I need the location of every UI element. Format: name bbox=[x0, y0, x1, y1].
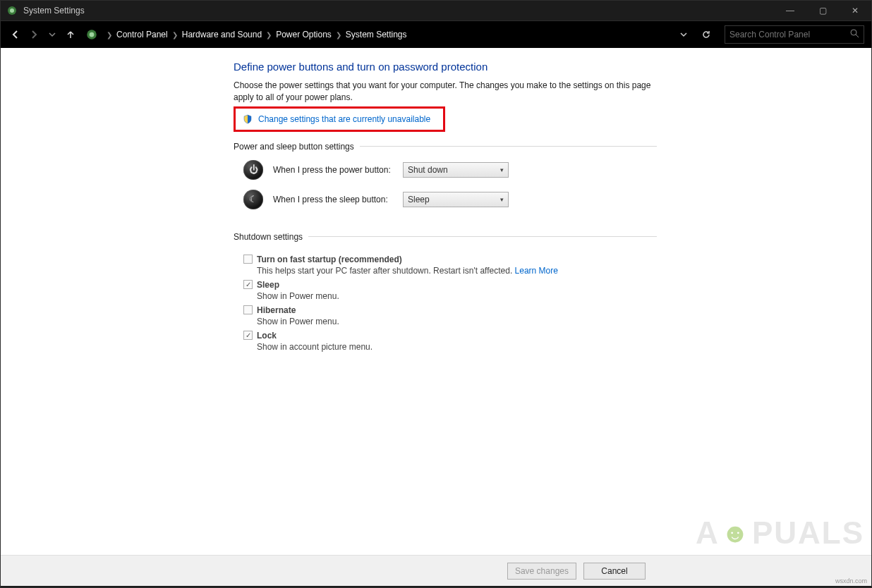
location-icon bbox=[85, 28, 98, 41]
power-button-select[interactable]: Shut down ▾ bbox=[403, 162, 509, 178]
chevron-right-icon: ❯ bbox=[102, 31, 116, 39]
power-icon: ⏻ bbox=[243, 160, 263, 180]
sleep-description: Show in Power menu. bbox=[257, 291, 657, 301]
sleep-checkbox[interactable] bbox=[243, 280, 253, 289]
maximize-button[interactable]: ▢ bbox=[806, 0, 839, 21]
power-button-value: Shut down bbox=[408, 165, 448, 175]
breadcrumb-hardware-sound[interactable]: Hardware and Sound bbox=[182, 30, 262, 39]
sleep-icon: ☾ bbox=[243, 190, 263, 209]
history-dropdown[interactable] bbox=[44, 27, 60, 42]
forward-button[interactable] bbox=[26, 27, 42, 42]
svg-line-5 bbox=[856, 35, 859, 37]
power-button-label: When I press the power button: bbox=[273, 165, 393, 175]
hibernate-label: Hibernate bbox=[257, 305, 296, 315]
search-input[interactable] bbox=[729, 30, 850, 39]
lock-label: Lock bbox=[257, 331, 277, 341]
nav-arrows bbox=[8, 27, 78, 42]
back-button[interactable] bbox=[8, 27, 23, 42]
fast-startup-checkbox[interactable] bbox=[243, 255, 253, 264]
svg-point-1 bbox=[10, 8, 14, 13]
shutdown-settings-group: Shutdown settings Turn on fast startup (… bbox=[234, 232, 657, 359]
hibernate-checkbox[interactable] bbox=[243, 305, 253, 314]
sleep-label: Sleep bbox=[257, 280, 279, 290]
titlebar: System Settings — ▢ ✕ bbox=[0, 0, 872, 21]
fast-startup-label: Turn on fast startup (recommended) bbox=[257, 255, 402, 264]
breadcrumb-power-options[interactable]: Power Options bbox=[276, 30, 332, 39]
highlight-annotation: Change settings that are currently unava… bbox=[234, 106, 445, 132]
learn-more-link[interactable]: Learn More bbox=[515, 266, 558, 276]
hibernate-description: Show in Power menu. bbox=[257, 317, 657, 326]
page-description: Choose the power settings that you want … bbox=[234, 80, 657, 104]
navbar: ❯ Control Panel ❯ Hardware and Sound ❯ P… bbox=[0, 21, 872, 48]
svg-point-4 bbox=[851, 30, 856, 35]
chevron-down-icon: ▾ bbox=[500, 166, 504, 173]
sleep-button-select[interactable]: Sleep ▾ bbox=[403, 192, 509, 207]
close-button[interactable]: ✕ bbox=[839, 0, 871, 21]
page-title: Define power buttons and turn on passwor… bbox=[234, 61, 657, 73]
watermark-logo: A ☻ PUALS bbox=[696, 515, 864, 551]
chevron-right-icon: ❯ bbox=[332, 31, 346, 39]
search-icon[interactable] bbox=[850, 29, 859, 40]
content-area: Define power buttons and turn on passwor… bbox=[0, 48, 872, 586]
save-changes-button[interactable]: Save changes bbox=[507, 563, 576, 580]
power-sleep-legend: Power and sleep button settings bbox=[234, 142, 360, 152]
footer-bar: Save changes Cancel bbox=[1, 555, 871, 586]
chevron-down-icon: ▾ bbox=[500, 196, 504, 203]
watermark-face-icon: ☻ bbox=[721, 518, 751, 549]
power-sleep-group: Power and sleep button settings ⏻ When I… bbox=[234, 142, 657, 222]
chevron-right-icon: ❯ bbox=[168, 31, 182, 39]
window-controls: — ▢ ✕ bbox=[774, 0, 871, 21]
minimize-button[interactable]: — bbox=[774, 0, 806, 21]
breadcrumb-control-panel[interactable]: Control Panel bbox=[116, 30, 168, 39]
cancel-button[interactable]: Cancel bbox=[583, 563, 646, 580]
breadcrumb-system-settings[interactable]: System Settings bbox=[346, 30, 407, 39]
sleep-button-label: When I press the sleep button: bbox=[273, 195, 393, 204]
svg-point-3 bbox=[90, 32, 95, 37]
attribution-text: wsxdn.com bbox=[835, 577, 867, 584]
search-box[interactable] bbox=[725, 25, 864, 44]
address-dropdown[interactable] bbox=[675, 26, 692, 43]
lock-description: Show in account picture menu. bbox=[257, 342, 657, 352]
window-title: System Settings bbox=[23, 6, 85, 16]
change-settings-link[interactable]: Change settings that are currently unava… bbox=[258, 114, 430, 124]
sleep-button-value: Sleep bbox=[408, 195, 430, 204]
shield-icon bbox=[243, 114, 253, 124]
app-icon bbox=[6, 5, 18, 16]
fast-startup-description: This helps start your PC faster after sh… bbox=[257, 266, 657, 276]
up-button[interactable] bbox=[63, 27, 78, 42]
chevron-right-icon: ❯ bbox=[262, 31, 276, 39]
refresh-button[interactable] bbox=[698, 26, 715, 43]
shutdown-settings-legend: Shutdown settings bbox=[234, 232, 308, 242]
lock-checkbox[interactable] bbox=[243, 331, 253, 340]
